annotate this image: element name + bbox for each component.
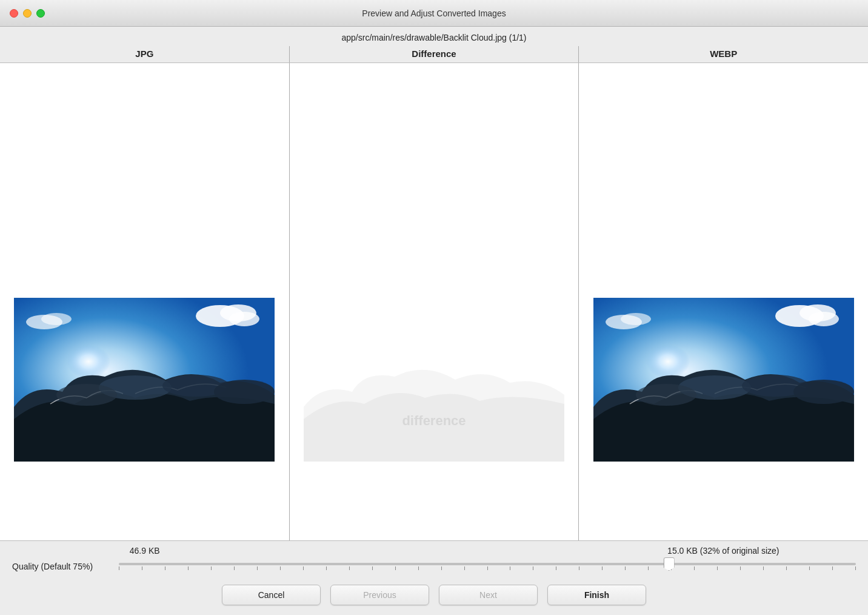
svg-point-19	[636, 384, 696, 406]
svg-point-23	[621, 313, 651, 325]
tick-21	[579, 566, 579, 570]
title-bar: Preview and Adjust Converted Images	[0, 0, 868, 27]
close-button[interactable]	[10, 9, 18, 18]
jpg-size: 46.9 KB	[0, 546, 289, 556]
tick-26	[694, 566, 695, 570]
window-title: Preview and Adjust Converted Images	[362, 8, 506, 18]
svg-point-21	[793, 380, 854, 404]
webp-size: 15.0 KB (32% of original size)	[579, 546, 868, 556]
window-controls	[10, 9, 45, 18]
svg-point-10	[41, 313, 72, 325]
quality-row: Quality (Default 75%)	[0, 558, 868, 577]
tick-12	[372, 566, 373, 570]
webp-cloud-image	[593, 298, 854, 462]
tick-20	[556, 566, 556, 570]
svg-text:difference: difference	[402, 413, 466, 428]
next-button[interactable]: Next	[439, 585, 538, 605]
cancel-button[interactable]: Cancel	[222, 585, 321, 605]
tick-1	[119, 566, 119, 570]
slider-ticks	[119, 566, 856, 570]
tick-22	[602, 566, 603, 570]
svg-point-8	[214, 380, 275, 404]
previous-button[interactable]: Previous	[330, 585, 429, 605]
tick-5	[211, 566, 212, 570]
tick-33	[855, 566, 856, 570]
buttons-row: Cancel Previous Next Finish	[0, 577, 868, 615]
tick-23	[625, 566, 626, 570]
tick-11	[349, 566, 350, 570]
diff-image: difference	[304, 298, 564, 462]
tick-6	[234, 566, 235, 570]
minimize-button[interactable]	[23, 9, 32, 18]
diff-panel: difference	[289, 63, 579, 540]
file-path: app/src/main/res/drawable/Backlit Cloud.…	[0, 27, 868, 46]
tick-29	[763, 566, 764, 570]
quality-label: Quality (Default 75%)	[12, 562, 109, 571]
tick-31	[809, 566, 810, 570]
tick-3	[165, 566, 165, 570]
tick-13	[395, 566, 396, 570]
col-header-jpg: JPG	[0, 46, 289, 62]
tick-19	[533, 566, 533, 570]
tick-16	[464, 566, 465, 570]
col-header-diff: Difference	[289, 46, 579, 62]
tick-15	[441, 566, 442, 570]
col-header-webp: WEBP	[579, 46, 868, 62]
tick-17	[487, 566, 488, 570]
tick-9	[303, 566, 304, 570]
tick-7	[257, 566, 258, 570]
quality-slider-container	[119, 563, 856, 570]
quality-slider[interactable]	[119, 563, 856, 565]
diff-size-placeholder	[289, 546, 578, 556]
tick-18	[510, 566, 510, 570]
tick-27	[717, 566, 718, 570]
tick-14	[418, 566, 419, 570]
tick-10	[326, 566, 327, 570]
tick-8	[280, 566, 281, 570]
tick-4	[188, 566, 189, 570]
tick-32	[832, 566, 833, 570]
maximize-button[interactable]	[36, 9, 45, 18]
jpg-cloud-image	[14, 298, 275, 462]
tick-24	[648, 566, 649, 570]
svg-point-4	[229, 312, 259, 326]
tick-30	[786, 566, 787, 570]
tick-28	[740, 566, 741, 570]
main-content: app/src/main/res/drawable/Backlit Cloud.…	[0, 27, 868, 615]
svg-point-6	[56, 384, 117, 406]
webp-panel	[579, 63, 868, 540]
size-info-bar: 46.9 KB 15.0 KB (32% of original size)	[0, 541, 868, 558]
column-headers: JPG Difference WEBP	[0, 46, 868, 62]
tick-2	[142, 566, 142, 570]
preview-panels: difference	[0, 62, 868, 541]
jpg-panel	[0, 63, 289, 540]
finish-button[interactable]: Finish	[547, 585, 646, 605]
svg-point-17	[809, 312, 839, 326]
